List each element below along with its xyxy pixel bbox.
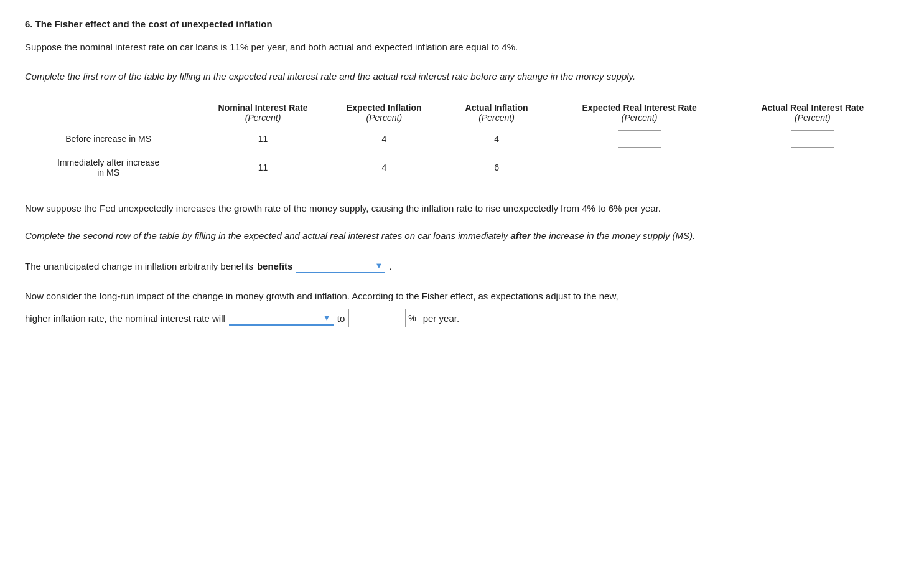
data-table: Nominal Interest Rate (Percent) Expected… [25,100,899,182]
row1-time-period: Before increase in MS [65,134,151,144]
percent-input[interactable] [349,309,405,327]
row2-time-period-line2: in MS [25,167,192,177]
col-header-expected-inflation-percent: (Percent) [334,113,434,123]
col-header-actual-real-percent: (Percent) [732,113,893,123]
table-row: Immediately after increase in MS 11 4 6 [25,153,899,182]
row1-actual-real-input[interactable] [791,130,834,148]
intro-text: Suppose the nominal interest rate on car… [25,42,899,52]
col-header-actual-real: Actual Real Interest Rate [732,103,893,113]
nominal-line-label: higher inflation rate, the nominal inter… [25,313,225,324]
col-header-actual-inflation-percent: (Percent) [447,113,547,123]
row2-expected-inflation: 4 [381,162,386,172]
nominal-dropdown-wrapper[interactable]: rise fall remain unchanged ▼ [229,311,334,326]
row1-expected-real-input[interactable] [618,130,661,148]
fisher-text: Now consider the long-run impact of the … [25,289,899,304]
row1-nominal-rate: 11 [258,134,268,144]
instruction1-text: Complete the first row of the table by f… [25,71,899,82]
row2-time-period-line1: Immediately after increase [25,158,192,167]
to-label: to [337,313,345,324]
row2-nominal-rate: 11 [258,162,268,172]
row2-actual-real-input[interactable] [791,159,834,176]
benefits-prefix: The unanticipated change in inflation ar… [25,261,253,271]
row2-expected-real-input[interactable] [618,159,661,176]
col-header-nominal-percent: (Percent) [204,113,322,123]
table-row: Before increase in MS 11 4 4 [25,125,899,153]
benefits-period: . [389,261,391,271]
nominal-dropdown-arrow: ▼ [323,313,331,322]
benefits-dropdown[interactable]: borrowers lenders neither [299,260,373,271]
col-header-expected-real: Expected Real Interest Rate [559,103,720,113]
benefits-bold: benefits [257,261,293,271]
row1-expected-inflation: 4 [381,134,386,144]
benefits-line: The unanticipated change in inflation ar… [25,259,899,273]
narrative-text: Now suppose the Fed unexpectedly increas… [25,201,899,216]
per-year-label: per year. [423,313,459,324]
col-header-expected-inflation: Expected Inflation [334,103,434,113]
row2-actual-inflation: 6 [494,162,499,172]
col-header-time [25,113,192,123]
percent-input-wrapper[interactable]: % [348,309,419,327]
col-header-actual-inflation: Actual Inflation [447,103,547,113]
benefits-dropdown-arrow: ▼ [375,261,383,270]
col-header-nominal: Nominal Interest Rate [204,103,322,113]
question-title: 6. The Fisher effect and the cost of une… [25,19,899,29]
instruction2-text: Complete the second row of the table by … [25,228,899,243]
benefits-dropdown-wrapper[interactable]: borrowers lenders neither ▼ [296,259,385,273]
percent-sign: % [405,309,418,327]
col-header-expected-real-percent: (Percent) [559,113,720,123]
nominal-rate-line: higher inflation rate, the nominal inter… [25,309,899,327]
nominal-dropdown[interactable]: rise fall remain unchanged [231,313,322,323]
row1-actual-inflation: 4 [494,134,499,144]
